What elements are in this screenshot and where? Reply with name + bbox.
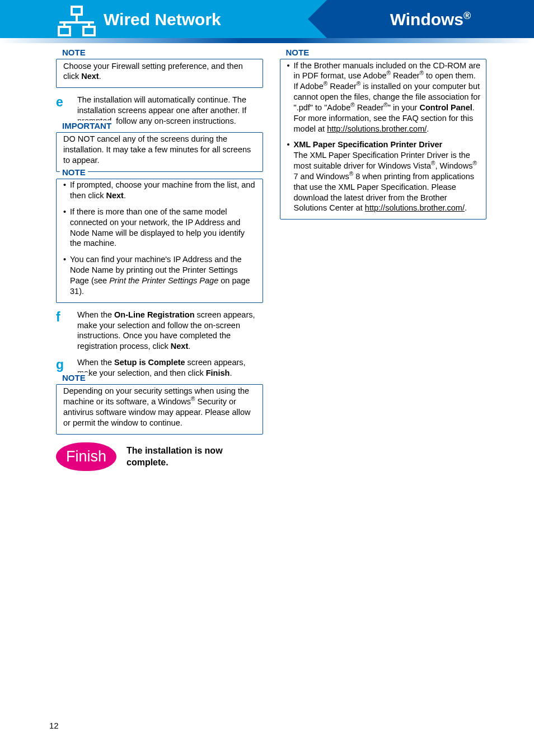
header-left-title: Wired Network xyxy=(104,8,221,30)
note-title: NOTE xyxy=(60,47,88,58)
note-title: NOTE xyxy=(60,372,88,384)
left-column: NOTE Choose your Firewall setting prefer… xyxy=(0,59,269,471)
note-box-2: NOTE If prompted, choose your machine fr… xyxy=(56,179,263,303)
step-f: f When the On-Line Registration screen a… xyxy=(56,310,263,352)
svg-rect-5 xyxy=(59,27,70,35)
finish-row: Finish The installation is now complete. xyxy=(56,442,263,471)
page-number: 12 xyxy=(49,720,59,731)
finish-badge: Finish xyxy=(56,442,116,471)
list-item: If there is more than one of the same mo… xyxy=(63,207,258,249)
gradient-strip xyxy=(0,38,534,43)
step-letter-f: f xyxy=(56,310,77,352)
note-box-1: NOTE Choose your Firewall setting prefer… xyxy=(56,59,263,88)
header-left: Wired Network xyxy=(0,0,327,38)
note-box-right: NOTE If the Brother manuals included on … xyxy=(280,59,487,220)
svg-rect-0 xyxy=(72,7,82,15)
page-content: NOTE Choose your Firewall setting prefer… xyxy=(0,43,534,471)
list-item: If the Brother manuals included on the C… xyxy=(287,60,482,134)
list-item: You can find your machine's IP Address a… xyxy=(63,254,258,296)
important-body: DO NOT cancel any of the screens during … xyxy=(61,132,258,166)
header-right-title: Windows® xyxy=(390,8,471,30)
link[interactable]: http://solutions.brother.com/ xyxy=(365,203,465,212)
note-box-3: NOTE Depending on your security settings… xyxy=(56,384,263,435)
important-box: IMPORTANT DO NOT cancel any of the scree… xyxy=(56,132,263,172)
svg-rect-6 xyxy=(83,27,95,35)
note-body: Depending on your security settings when… xyxy=(61,384,258,428)
link[interactable]: http://solutions.brother.com/ xyxy=(327,124,427,133)
wired-network-icon xyxy=(55,6,99,36)
step-g-text: When the Setup is Complete screen appear… xyxy=(77,357,263,379)
note-title: NOTE xyxy=(60,167,88,178)
list-item: If prompted, choose your machine from th… xyxy=(63,180,258,201)
note-body: Choose your Firewall setting preference,… xyxy=(61,59,258,82)
header-right: Windows® xyxy=(327,0,534,38)
finish-text: The installation is now complete. xyxy=(127,445,263,469)
list-item: XML Paper Specification Printer DriverTh… xyxy=(287,139,482,213)
note-title: NOTE xyxy=(284,47,312,58)
right-column: NOTE If the Brother manuals included on … xyxy=(280,59,535,471)
step-f-text: When the On-Line Registration screen app… xyxy=(77,310,263,352)
important-title: IMPORTANT xyxy=(60,120,114,132)
header-bar: Wired Network Windows® xyxy=(0,0,534,38)
